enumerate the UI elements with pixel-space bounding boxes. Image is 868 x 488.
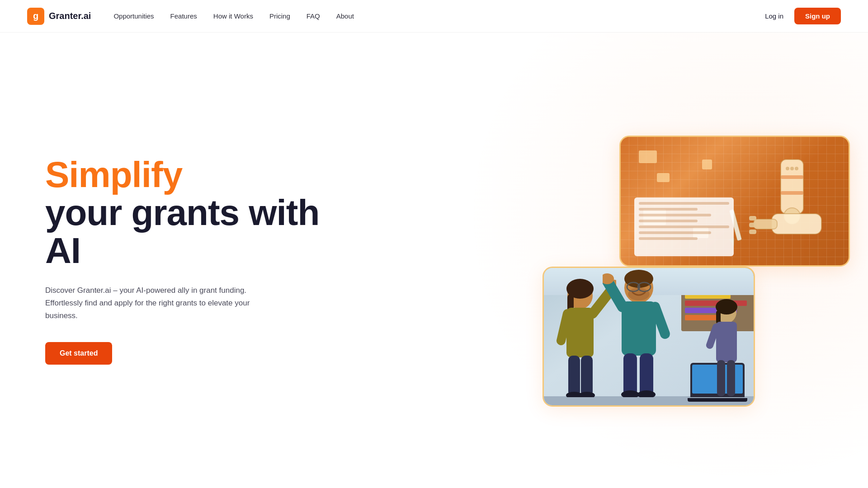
svg-rect-35: [623, 353, 637, 396]
svg-line-32: [607, 281, 623, 307]
svg-line-34: [655, 307, 665, 334]
svg-rect-5: [749, 223, 756, 227]
laptop-base: [688, 398, 747, 402]
svg-line-43: [710, 327, 716, 345]
nav-links: Opportunities Features How it Works Pric…: [113, 12, 765, 20]
navbar: g Granter.ai Opportunities Features How …: [0, 0, 868, 33]
hero-description: Discover Granter.ai – your AI-powered al…: [45, 284, 280, 322]
nav-features[interactable]: Features: [170, 12, 197, 20]
chip-1: [639, 150, 657, 163]
svg-rect-44: [717, 360, 725, 396]
hero-images: [542, 136, 850, 407]
person-man: [603, 268, 675, 397]
svg-rect-6: [749, 230, 756, 234]
logo-area[interactable]: g Granter.ai: [27, 8, 91, 25]
nav-pricing[interactable]: Pricing: [269, 12, 290, 20]
svg-rect-22: [581, 356, 593, 396]
hero-image-people: [542, 267, 755, 407]
login-button[interactable]: Log in: [765, 12, 783, 20]
svg-point-11: [790, 167, 794, 170]
hero-section: Simplify your grants with AI Discover Gr…: [0, 33, 868, 488]
get-started-button[interactable]: Get started: [45, 342, 112, 365]
brand-name: Granter.ai: [49, 11, 91, 21]
svg-rect-4: [749, 216, 756, 221]
nav-faq[interactable]: FAQ: [307, 12, 320, 20]
people-visual: [544, 268, 754, 405]
svg-rect-3: [754, 219, 777, 229]
svg-point-12: [786, 167, 789, 170]
chip-2: [657, 173, 670, 182]
svg-rect-45: [727, 360, 735, 396]
ai-visual: [621, 137, 849, 265]
svg-line-20: [561, 314, 567, 341]
hero-title-highlight: Simplify: [45, 156, 326, 194]
svg-rect-10: [781, 191, 803, 195]
nav-about[interactable]: About: [336, 12, 354, 20]
svg-point-13: [795, 167, 798, 170]
svg-rect-21: [568, 356, 580, 396]
svg-rect-2: [772, 214, 821, 234]
person-background: [706, 293, 747, 397]
paper-document: [634, 197, 734, 256]
nav-opportunities[interactable]: Opportunities: [113, 12, 154, 20]
svg-rect-9: [781, 175, 803, 179]
hero-image-ai: [619, 136, 850, 267]
nav-how-it-works[interactable]: How it Works: [213, 12, 253, 20]
svg-rect-36: [640, 353, 653, 396]
nav-right: Log in Sign up: [765, 8, 841, 24]
hero-left: Simplify your grants with AI Discover Gr…: [45, 156, 326, 365]
signup-button[interactable]: Sign up: [794, 8, 841, 24]
hero-title-main: your grants with AI: [45, 194, 326, 270]
logo-icon: g: [27, 8, 44, 25]
